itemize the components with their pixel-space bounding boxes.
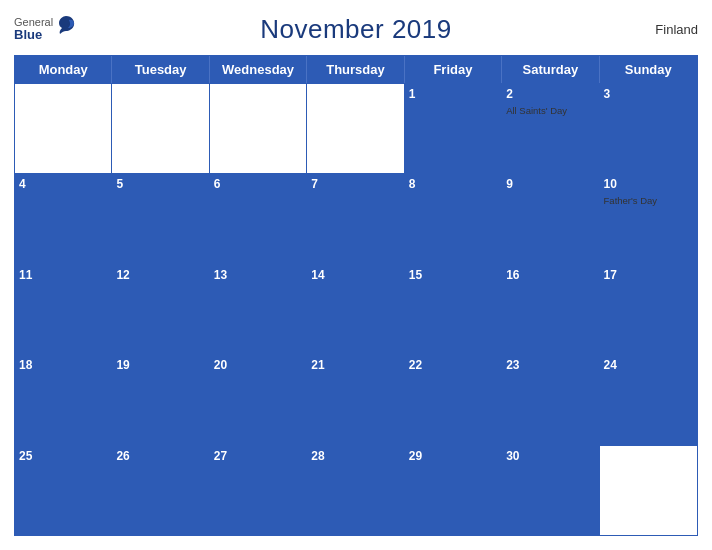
day-number: 11 xyxy=(19,268,107,284)
calendar-header: General Blue November 2019 Finland xyxy=(14,10,698,49)
logo-blue: Blue xyxy=(14,28,53,42)
day-number: 4 xyxy=(19,177,107,193)
day-cell: 21 xyxy=(307,355,404,444)
day-headers-row: MondayTuesdayWednesdayThursdayFridaySatu… xyxy=(15,56,697,83)
day-cell: 20 xyxy=(210,355,307,444)
day-cell: 14 xyxy=(307,265,404,354)
day-number: 28 xyxy=(311,449,399,465)
weeks-container: 12All Saints' Day345678910Father's Day11… xyxy=(15,83,697,535)
day-cell xyxy=(15,84,112,173)
logo: General Blue xyxy=(14,16,77,42)
day-number: 6 xyxy=(214,177,302,193)
day-cell: 16 xyxy=(502,265,599,354)
day-cell: 26 xyxy=(112,446,209,535)
day-header-thursday: Thursday xyxy=(307,56,404,83)
day-cell: 6 xyxy=(210,174,307,263)
day-header-tuesday: Tuesday xyxy=(112,56,209,83)
day-header-sunday: Sunday xyxy=(600,56,697,83)
calendar-page: General Blue November 2019 Finland Monda… xyxy=(0,0,712,550)
day-cell: 24 xyxy=(600,355,697,444)
day-header-monday: Monday xyxy=(15,56,112,83)
day-cell: 1 xyxy=(405,84,502,173)
day-number: 17 xyxy=(604,268,693,284)
day-cell: 18 xyxy=(15,355,112,444)
day-number: 16 xyxy=(506,268,594,284)
week-row-5: 252627282930 xyxy=(15,445,697,535)
calendar-grid: MondayTuesdayWednesdayThursdayFridaySatu… xyxy=(14,55,698,536)
day-cell: 11 xyxy=(15,265,112,354)
day-number: 12 xyxy=(116,268,204,284)
day-cell: 4 xyxy=(15,174,112,263)
day-cell: 22 xyxy=(405,355,502,444)
day-number: 14 xyxy=(311,268,399,284)
day-event: All Saints' Day xyxy=(506,105,594,117)
day-number: 29 xyxy=(409,449,497,465)
day-cell: 12 xyxy=(112,265,209,354)
day-number: 26 xyxy=(116,449,204,465)
day-cell: 23 xyxy=(502,355,599,444)
day-cell: 3 xyxy=(600,84,697,173)
day-number: 8 xyxy=(409,177,497,193)
day-cell: 8 xyxy=(405,174,502,263)
logo-bird-icon xyxy=(55,14,77,40)
day-cell: 2All Saints' Day xyxy=(502,84,599,173)
day-header-saturday: Saturday xyxy=(502,56,599,83)
day-event: Father's Day xyxy=(604,195,693,207)
day-number: 5 xyxy=(116,177,204,193)
day-cell xyxy=(600,446,697,535)
week-row-3: 11121314151617 xyxy=(15,264,697,354)
day-header-wednesday: Wednesday xyxy=(210,56,307,83)
day-number: 7 xyxy=(311,177,399,193)
day-number: 20 xyxy=(214,358,302,374)
day-cell: 25 xyxy=(15,446,112,535)
day-cell: 19 xyxy=(112,355,209,444)
day-number: 21 xyxy=(311,358,399,374)
day-cell: 15 xyxy=(405,265,502,354)
day-cell xyxy=(112,84,209,173)
country-label: Finland xyxy=(655,22,698,37)
day-number: 13 xyxy=(214,268,302,284)
week-row-2: 45678910Father's Day xyxy=(15,173,697,263)
calendar-title: November 2019 xyxy=(260,14,452,45)
day-number: 22 xyxy=(409,358,497,374)
day-cell: 5 xyxy=(112,174,209,263)
day-cell: 17 xyxy=(600,265,697,354)
day-header-friday: Friday xyxy=(405,56,502,83)
day-number: 10 xyxy=(604,177,693,193)
day-number: 3 xyxy=(604,87,693,103)
day-cell: 7 xyxy=(307,174,404,263)
day-cell xyxy=(210,84,307,173)
day-cell: 10Father's Day xyxy=(600,174,697,263)
day-cell: 27 xyxy=(210,446,307,535)
day-number: 23 xyxy=(506,358,594,374)
day-number: 18 xyxy=(19,358,107,374)
day-number: 27 xyxy=(214,449,302,465)
day-number: 25 xyxy=(19,449,107,465)
day-cell: 28 xyxy=(307,446,404,535)
day-number: 30 xyxy=(506,449,594,465)
day-number: 9 xyxy=(506,177,594,193)
day-cell: 30 xyxy=(502,446,599,535)
day-number: 24 xyxy=(604,358,693,374)
week-row-4: 18192021222324 xyxy=(15,354,697,444)
day-number: 15 xyxy=(409,268,497,284)
day-number: 1 xyxy=(409,87,497,103)
week-row-1: 12All Saints' Day3 xyxy=(15,83,697,173)
day-cell: 13 xyxy=(210,265,307,354)
day-number: 2 xyxy=(506,87,594,103)
day-cell xyxy=(307,84,404,173)
day-cell: 29 xyxy=(405,446,502,535)
day-cell: 9 xyxy=(502,174,599,263)
day-number: 19 xyxy=(116,358,204,374)
